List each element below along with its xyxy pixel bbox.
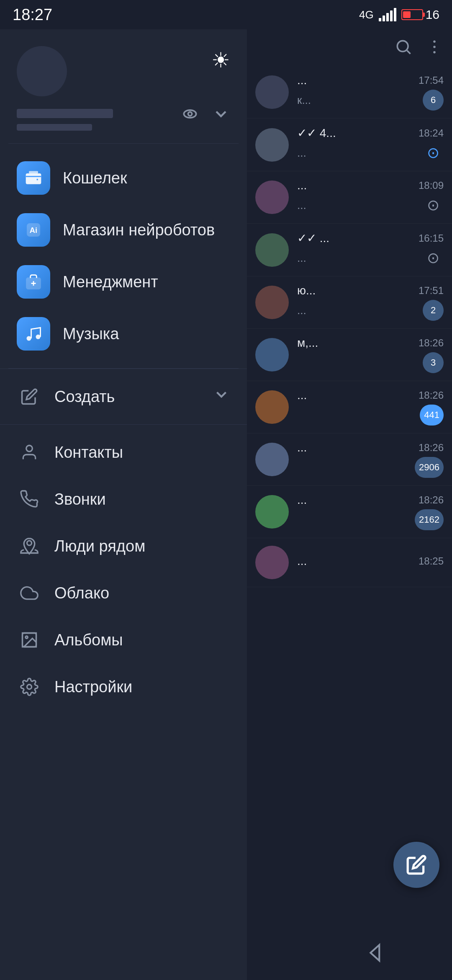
chat-time: 18:26 [419, 494, 444, 506]
chat-content: ✓✓ 4... 18:24 ... ⊙ [297, 126, 444, 163]
back-button[interactable] [360, 940, 393, 965]
chat-name: ... [297, 554, 307, 568]
ai-icon-bg: Ai [17, 213, 50, 247]
contacts-label: Контакты [54, 444, 123, 462]
chat-item[interactable]: ... 18:26 2162 [247, 486, 452, 538]
chat-item[interactable]: м,... 18:26 3 [247, 329, 452, 381]
create-item[interactable]: Создать [0, 373, 247, 420]
battery-text: 16 [426, 8, 439, 22]
svg-point-12 [27, 541, 32, 545]
chat-name-row: ... 18:26 [297, 493, 444, 507]
ai-store-label: Магазин нейроботов [63, 221, 215, 239]
chat-time: 16:15 [419, 232, 444, 244]
svg-point-10 [36, 335, 41, 339]
albums-label: Альбомы [54, 631, 123, 649]
battery-box [401, 9, 423, 20]
chat-msg-row: 3 [297, 352, 444, 373]
sidebar-item-management[interactable]: Менеджмент [0, 256, 247, 308]
sidebar-item-music[interactable]: Музыка [0, 308, 247, 360]
status-time: 18:27 [13, 6, 52, 24]
contacts-icon [17, 440, 42, 465]
chat-msg-row: ... ⊙ [297, 195, 444, 216]
sidebar: ☀ [0, 29, 247, 980]
chat-avatar [255, 181, 289, 214]
chat-item[interactable]: ... 18:25 [247, 538, 452, 587]
settings-icon [17, 674, 42, 699]
chat-avatar [255, 233, 289, 267]
profile-status-bar [17, 124, 92, 131]
svg-line-18 [407, 51, 411, 54]
more-icon[interactable] [425, 38, 444, 58]
create-section: Создать [0, 369, 247, 424]
chat-msg: ... [297, 252, 306, 265]
chat-item[interactable]: ... 18:09 ... ⊙ [247, 171, 452, 224]
sidebar-item-settings[interactable]: Настройки [0, 663, 247, 710]
profile-section: ☀ [0, 29, 247, 143]
chat-msg: ... [297, 147, 306, 160]
management-icon-bg [17, 265, 50, 299]
battery-indicator: 16 [401, 8, 439, 22]
svg-text:Ai: Ai [30, 226, 37, 235]
sidebar-item-calls[interactable]: Звонки [0, 476, 247, 523]
chevron-down-icon[interactable] [212, 105, 230, 127]
chat-msg: к... [297, 94, 311, 107]
chat-item[interactable]: ... 18:26 441 [247, 381, 452, 433]
chat-avatar [255, 495, 289, 529]
chat-badge: 2162 [415, 509, 444, 530]
sidebar-item-contacts[interactable]: Контакты [0, 429, 247, 476]
music-label: Музыка [63, 325, 119, 343]
chat-badge: 3 [423, 352, 444, 373]
chat-badge-bookmark: ⊙ [423, 142, 444, 163]
chat-time: 18:24 [419, 127, 444, 139]
eye-icon[interactable] [181, 105, 199, 127]
blue-menu-section: Кошелек Ai Магазин нейроботов [0, 144, 247, 368]
chat-name: ю... [297, 284, 316, 297]
brightness-icon[interactable]: ☀ [211, 48, 230, 72]
chat-time: 18:09 [419, 180, 444, 191]
profile-avatar[interactable] [17, 46, 67, 96]
cloud-icon [17, 580, 42, 606]
chat-content: ... 18:26 2906 [297, 441, 444, 478]
chat-item[interactable]: ю... 17:51 ... 2 [247, 276, 452, 329]
wallet-label: Кошелек [63, 169, 127, 187]
chat-item[interactable]: ... 17:54 к... 6 [247, 66, 452, 119]
chat-name: ... [297, 441, 307, 454]
compose-fab[interactable] [393, 842, 439, 888]
chat-avatar [255, 443, 289, 476]
sidebar-item-nearby[interactable]: Люди рядом [0, 523, 247, 570]
chat-msg: ... [297, 199, 306, 212]
chat-badge: 2 [423, 300, 444, 321]
sidebar-item-cloud[interactable]: Облако [0, 570, 247, 616]
sidebar-item-ai-store[interactable]: Ai Магазин нейроботов [0, 204, 247, 256]
svg-point-17 [397, 41, 408, 52]
chat-header [247, 29, 452, 66]
chat-name-row: ✓✓ ... 16:15 [297, 231, 444, 245]
sidebar-item-wallet[interactable]: Кошелек [0, 152, 247, 204]
sidebar-item-albums[interactable]: Альбомы [0, 616, 247, 663]
chat-name-row: ✓✓ 4... 18:24 [297, 126, 444, 140]
chat-name: ... [297, 493, 307, 507]
svg-point-14 [26, 636, 28, 639]
chat-avatar [255, 286, 289, 319]
chat-name-row: ... 17:54 [297, 74, 444, 87]
chat-name: ... [297, 389, 307, 402]
chat-badge-bookmark: ⊙ [423, 195, 444, 216]
chat-time: 18:26 [419, 442, 444, 454]
search-icon[interactable] [394, 38, 413, 58]
chat-name: ... [297, 179, 307, 192]
chat-content: ... 18:25 [297, 554, 444, 570]
profile-name-bar [17, 109, 113, 118]
chat-msg-row: 2906 [297, 457, 444, 478]
chat-item[interactable]: ... 18:26 2906 [247, 433, 452, 486]
svg-rect-3 [29, 171, 38, 174]
signal-bars [379, 8, 396, 21]
chat-item[interactable]: ✓✓ 4... 18:24 ... ⊙ [247, 119, 452, 171]
chat-item[interactable]: ✓✓ ... 16:15 ... ⊙ [247, 224, 452, 276]
chat-name-row: ... 18:25 [297, 554, 444, 568]
chat-name-row: ... 18:26 [297, 441, 444, 454]
chat-name: ✓✓ 4... [297, 126, 336, 140]
chat-name: м,... [297, 336, 318, 350]
chat-time: 18:25 [419, 555, 444, 567]
chat-msg-row: ... ⊙ [297, 248, 444, 268]
albums-icon [17, 627, 42, 652]
